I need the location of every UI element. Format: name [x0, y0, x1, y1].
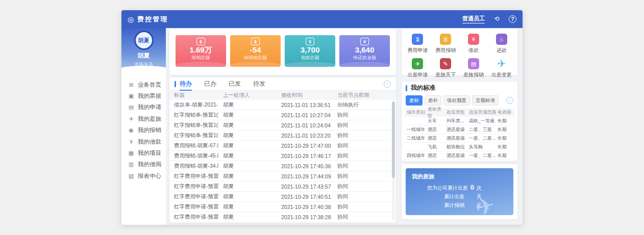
quick-action-label: 还款: [497, 47, 507, 54]
standards-tab[interactable]: 差标: [406, 95, 423, 106]
cell-standard-type: 酒店: [426, 126, 445, 133]
col-node-permission: 当前节点权限: [333, 92, 396, 99]
stat-label: 借款总额: [285, 55, 335, 61]
table-row[interactable]: 红字报销单-预置1(胡夏 20... 胡夏 2021-11-01 10:27:0…: [169, 110, 396, 120]
quick-action-label: 差旅天下: [435, 71, 456, 79]
quick-action-item[interactable]: $ 费用申请: [404, 34, 432, 54]
cell-receive-time: 2021-11-01 10:24:04: [277, 122, 333, 128]
quick-action-item[interactable]: ≣ 费用报销: [432, 34, 460, 54]
standards-tabbar: 差标 差补 借款额度 定额标准 −: [402, 94, 517, 107]
sidebar-item-label: 我的票据: [138, 92, 161, 100]
trip-change-plane-icon: ✈: [496, 58, 507, 69]
coins-dollar-icon: $: [251, 38, 260, 45]
standards-table-body: 火车 列车类... 高铁_一等座... 长期 一线城市 酒店 酒店星级 二星、三…: [402, 117, 517, 160]
project-icon: ▦: [128, 150, 134, 156]
col-prev-handler: 上一处理人: [218, 92, 277, 99]
cell-policy-type: 酒店星级: [445, 126, 467, 133]
cell-receive-time: 2021-11-01 10:27:04: [277, 112, 333, 118]
table-row[interactable]: 红字报销单-预置1(胡夏 20... 胡夏 2021-11-01 10:24:0…: [169, 120, 396, 130]
standards-row[interactable]: 一线城市 酒店 酒店星级 二星、三星 长期: [405, 125, 514, 134]
stat-value: 1.69万: [176, 45, 226, 54]
cell-city-type: 二线城市: [405, 135, 426, 142]
standards-row[interactable]: 二线城市 酒店 酒店星级 一星、二星... 长期: [405, 134, 514, 143]
standards-row[interactable]: 火车 列车类... 高铁_一等座... 长期: [405, 117, 514, 125]
sidebar-item[interactable]: ✈ 我的差旅: [121, 113, 166, 124]
cell-policy-scope: 一星、二星...: [467, 152, 496, 159]
standards-tab[interactable]: 定额标准: [472, 95, 499, 106]
quick-action-item[interactable]: ✈ 出差变更: [487, 58, 515, 79]
table-row[interactable]: 红字费用申请-预置1(胡夏 2... 胡夏 2021-10-29 17:40:5…: [169, 192, 396, 202]
cell-policy-type: 航班舱位: [445, 144, 467, 150]
standards-collapse-icon[interactable]: −: [506, 97, 513, 104]
standards-row[interactable]: 飞机 航班舱位 头等舱 长期: [405, 143, 514, 151]
table-row[interactable]: 红字费用申请-预置1(胡夏 2... 胡夏 2021-10-29 17:38:2…: [169, 212, 396, 222]
user-role-link[interactable]: 普通员工: [462, 15, 485, 23]
repay-house-icon: ⌂: [496, 34, 507, 45]
quick-action-item[interactable]: ¥ 借款: [460, 34, 488, 54]
cell-standard-type: 飞机: [426, 144, 445, 150]
sidebar-item[interactable]: ▥ 我的借阅: [121, 159, 166, 170]
cell-validity: 长期: [496, 118, 514, 124]
table-row[interactable]: 借款单-胡夏-2021-11-01 胡夏 2021-11-01 13:36:51…: [169, 100, 396, 110]
trips-unit: 次: [477, 185, 482, 191]
sidebar-item[interactable]: ▤ 我的申请: [121, 102, 166, 113]
sidebar-item[interactable]: ◉ 我的报销: [121, 125, 166, 136]
cell-receive-time: 2021-10-29 17:40:38: [277, 204, 333, 210]
sidebar-user-card: 胡夏 胡夏 市场专员: [121, 28, 166, 72]
stat-value: 3,640: [339, 45, 390, 54]
table-row[interactable]: 红字费用申请-预置1(胡夏 2... 胡夏 2021-10-29 17:44:0…: [169, 171, 396, 181]
col-city-type: 城市类别: [405, 109, 426, 116]
travel-world-icon: ✎: [440, 58, 451, 69]
cell-node-permission: 协同: [333, 173, 396, 180]
sidebar-item[interactable]: ¥ 我的借款: [121, 136, 166, 147]
sidebar-item[interactable]: ▣ 我的票据: [121, 90, 166, 101]
quick-action-item[interactable]: ✎ 差旅天下: [432, 58, 460, 79]
sidebar-item[interactable]: ▧ 报表中心: [121, 170, 166, 181]
trip-apply-icon: ✈: [412, 58, 423, 69]
cell-title: 红字费用申请-预置1(胡夏 2...: [169, 183, 218, 190]
stat-value: -54: [230, 45, 281, 54]
refresh-icon[interactable]: ⟲: [493, 15, 501, 23]
table-row[interactable]: 红字费用申请-预置1(胡夏 2... 胡夏 2021-10-29 17:40:3…: [169, 202, 396, 212]
cell-policy-scope: 头等舱: [467, 144, 496, 150]
loan-arrow-icon: ¥: [468, 34, 479, 45]
cell-validity: 长期: [496, 126, 514, 133]
col-policy-type: 政策类型: [445, 109, 467, 116]
cell-receive-time: 2021-10-29 17:40:51: [277, 194, 333, 200]
sidebar-item[interactable]: ⊞ 业务首页: [121, 79, 166, 90]
help-icon[interactable]: ?: [509, 15, 516, 23]
cell-title: 红字费用申请-预置1(胡夏 2...: [169, 173, 218, 180]
quick-action-item[interactable]: ▤ 差旅报销: [460, 58, 488, 79]
table-row[interactable]: 费用报销-胡夏-45.00-2021-... 胡夏 2021-10-29 17:…: [169, 151, 396, 161]
todo-panel: 待办 已办 已发 待发 − 标题 上一处理人 接收时间 当前节点权限 借款单-胡…: [169, 77, 396, 223]
todo-tab[interactable]: 已发: [229, 77, 241, 91]
collapse-icon[interactable]: −: [384, 81, 391, 88]
table-row[interactable]: 红字报销单-预置1(胡夏 20... 胡夏 2021-11-01 10:23:2…: [169, 130, 396, 141]
table-row[interactable]: 费用报销-胡夏-34.00-2021-... 胡夏 2021-10-29 17:…: [169, 161, 396, 171]
standards-tab[interactable]: 借款额度: [443, 95, 470, 106]
quick-action-item[interactable]: ✈ 出差申请: [404, 58, 432, 79]
todo-tab[interactable]: 已办: [204, 77, 216, 91]
quick-action-label: 出差变更: [491, 71, 512, 79]
cell-title: 红字费用申请-预置1(胡夏 2...: [169, 214, 218, 221]
avatar: 胡夏: [134, 31, 154, 50]
cell-policy-scope: 一星、二星...: [467, 135, 496, 142]
travel-plane-icon: ✈: [128, 116, 134, 122]
report-center-icon: ▧: [128, 173, 134, 179]
cell-prev-handler: 胡夏: [218, 173, 277, 180]
todo-scrollbar-thumb[interactable]: [392, 101, 395, 178]
cell-node-permission: 协同: [333, 163, 396, 170]
sidebar-item[interactable]: ▦ 我的项目: [121, 147, 166, 159]
table-row[interactable]: 红字费用申请-预置1(胡夏 2... 胡夏 2021-10-29 17:43:5…: [169, 181, 396, 192]
standards-title: 我的标准: [411, 84, 435, 92]
table-row[interactable]: 费用报销-胡夏-67.00-2021-... 胡夏 2021-10-29 17:…: [169, 141, 396, 151]
todo-tab[interactable]: 待发: [253, 77, 265, 91]
cell-title: 红字费用申请-预置1(胡夏 2...: [169, 193, 218, 200]
standards-row[interactable]: 四线城市 酒店 酒店星级 一星、二星... 长期: [405, 151, 514, 160]
standards-tab[interactable]: 差补: [425, 95, 441, 106]
cell-node-permission: 协同: [333, 112, 396, 119]
cell-title: 费用报销-胡夏-34.00-2021-...: [169, 163, 218, 170]
todo-tab[interactable]: 待办: [180, 77, 192, 91]
quick-action-item[interactable]: ⌂ 还款: [487, 34, 515, 54]
cell-prev-handler: 胡夏: [218, 112, 277, 119]
